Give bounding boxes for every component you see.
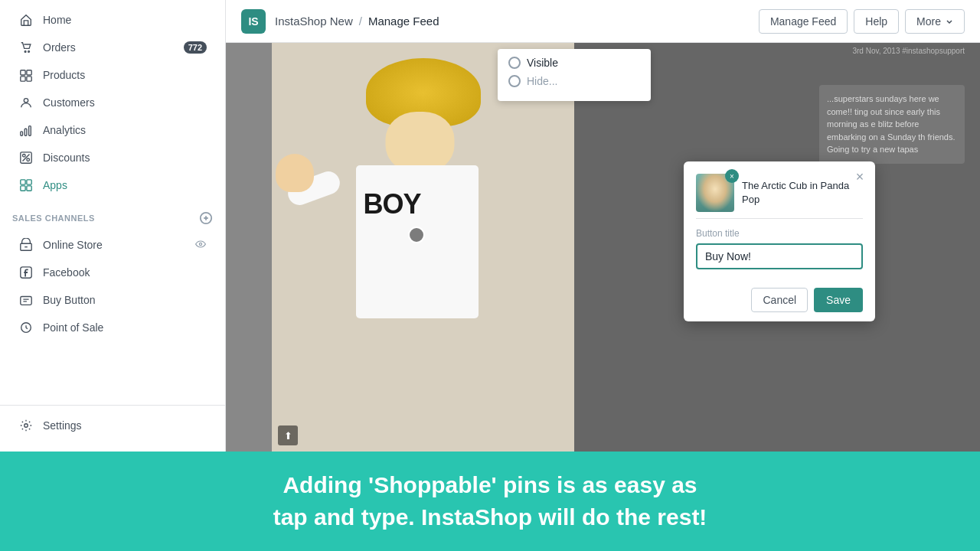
sidebar-item-orders-label: Orders [43, 41, 76, 54]
sidebar-footer: Settings [0, 405, 225, 452]
sidebar-item-analytics[interactable]: Analytics [6, 116, 219, 144]
sidebar-nav: Home Orders 772 [0, 0, 225, 405]
sidebar-item-settings[interactable]: Settings [6, 412, 219, 439]
sales-channels-header: SALES CHANNELS [0, 199, 225, 231]
svg-rect-4 [21, 77, 25, 81]
product-dialog: × × The Arctic Cub in Panda Pop Button t… [684, 161, 875, 321]
discounts-icon [18, 150, 34, 165]
products-icon [18, 67, 34, 83]
home-icon [18, 12, 34, 28]
sidebar-item-orders[interactable]: Orders 772 [6, 34, 219, 61]
chevron-down-icon [946, 15, 953, 28]
sidebar-item-apps-label: Apps [43, 179, 67, 191]
breadcrumb-separator: / [359, 15, 362, 28]
svg-point-10 [23, 155, 26, 158]
eye-icon[interactable] [194, 238, 207, 253]
facebook-icon [18, 265, 34, 280]
svg-rect-13 [21, 180, 25, 184]
sidebar-item-pos-label: Point of Sale [43, 321, 103, 334]
sidebar-item-discounts[interactable]: Discounts [6, 144, 219, 171]
face [385, 112, 454, 173]
svg-rect-15 [21, 186, 25, 191]
orders-badge: 772 [184, 41, 207, 54]
svg-point-6 [24, 99, 28, 103]
sidebar-item-buy-button-label: Buy Button [43, 294, 96, 306]
sidebar-item-customers-label: Customers [43, 96, 95, 109]
dialog-close-button[interactable]: × [851, 168, 869, 186]
button-title-label: Button title [696, 228, 863, 239]
bottom-caption-area: Adding 'Shoppable' pins is as easy as ta… [0, 452, 980, 551]
sidebar-item-products[interactable]: Products [6, 61, 219, 89]
feed-area: BOY ⬆ ...superstars sundays here we come… [226, 43, 980, 452]
svg-rect-9 [29, 126, 31, 136]
bottom-caption: Adding 'Shoppable' pins is as easy as ta… [273, 469, 707, 533]
pos-icon [18, 320, 34, 335]
dialog-form: Button title [684, 219, 875, 279]
analytics-icon [18, 122, 34, 138]
orders-icon [18, 40, 34, 55]
button-title-input[interactable] [696, 243, 863, 269]
sidebar-item-customers[interactable]: Customers [6, 89, 219, 116]
apps-icon [18, 178, 34, 193]
sidebar-item-products-label: Products [43, 69, 85, 81]
visible-panel: Visible Hide... [498, 49, 651, 101]
svg-rect-14 [27, 180, 31, 184]
help-button[interactable]: Help [854, 9, 899, 34]
upload-icon[interactable]: ⬆ [278, 425, 298, 445]
post-text: ...superstars sundays here we come!! tin… [819, 85, 965, 164]
svg-rect-8 [24, 129, 27, 135]
sidebar-item-buy-button[interactable]: Buy Button [6, 286, 219, 314]
manage-feed-button[interactable]: Manage Feed [759, 9, 848, 34]
svg-rect-5 [27, 77, 31, 81]
sidebar-item-online-store-label: Online Store [43, 239, 103, 251]
svg-rect-2 [21, 70, 25, 75]
hidden-radio[interactable] [508, 75, 521, 87]
sidebar-item-analytics-label: Analytics [43, 124, 86, 136]
svg-point-19 [199, 243, 201, 245]
buy-button-icon [18, 292, 34, 308]
sidebar-item-discounts-label: Discounts [43, 152, 90, 164]
svg-point-11 [27, 158, 30, 161]
sidebar-item-pos[interactable]: Point of Sale [6, 314, 219, 341]
top-bar: IS InstaShop New / Manage Feed Manage Fe… [226, 0, 980, 43]
svg-rect-7 [21, 132, 23, 135]
sidebar-item-home[interactable]: Home [6, 6, 219, 34]
sidebar-item-apps[interactable]: Apps [6, 171, 219, 199]
dialog-product-row: × The Arctic Cub in Panda Pop [684, 161, 875, 218]
hidden-label: Hide... [527, 75, 557, 87]
svg-point-1 [28, 51, 30, 53]
more-button[interactable]: More [905, 9, 965, 34]
store-icon [18, 237, 34, 253]
main-photo[interactable]: BOY ⬆ [272, 43, 574, 452]
sidebar-item-settings-label: Settings [43, 419, 82, 432]
top-bar-actions: Manage Feed Help More [759, 9, 965, 34]
sidebar-item-facebook-label: Facebook [43, 266, 90, 279]
sidebar-item-facebook[interactable]: Facebook [6, 259, 219, 286]
sidebar-item-home-label: Home [43, 14, 71, 26]
sidebar: Home Orders 772 [0, 0, 226, 452]
breadcrumb: InstaShop New / Manage Feed [275, 15, 439, 28]
save-button[interactable]: Save [814, 288, 863, 312]
post-timestamp: 3rd Nov, 2013 #instashopsupport [852, 47, 965, 55]
app-logo: IS [241, 9, 266, 34]
breadcrumb-page-name: Manage Feed [368, 15, 439, 28]
main-content: IS InstaShop New / Manage Feed Manage Fe… [226, 0, 980, 452]
pin-indicator[interactable] [408, 227, 425, 243]
breadcrumb-app-name: InstaShop New [275, 15, 353, 28]
settings-icon [18, 418, 34, 433]
svg-rect-16 [27, 186, 31, 191]
add-sales-channel-icon[interactable] [199, 211, 213, 225]
dialog-actions: Cancel Save [684, 279, 875, 321]
product-name: The Arctic Cub in Panda Pop [742, 179, 863, 207]
svg-point-23 [24, 424, 28, 428]
remove-product-badge[interactable]: × [725, 169, 739, 183]
sidebar-item-online-store[interactable]: Online Store [6, 231, 219, 259]
visible-radio[interactable] [508, 57, 521, 69]
svg-rect-3 [27, 70, 31, 75]
cancel-button[interactable]: Cancel [751, 288, 808, 312]
svg-point-0 [24, 51, 26, 53]
customers-icon [18, 95, 34, 110]
visible-label: Visible [527, 57, 558, 69]
svg-rect-21 [21, 297, 31, 305]
